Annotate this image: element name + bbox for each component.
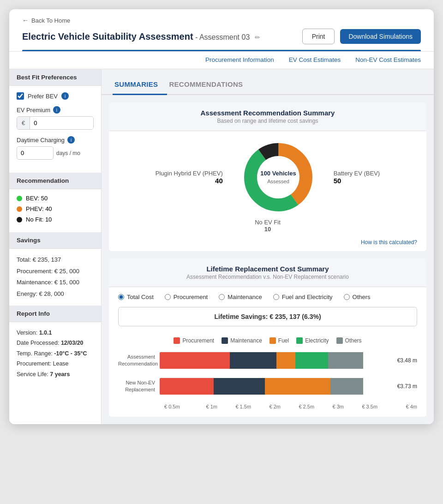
rec-item-bev: BEV: 50 xyxy=(17,195,94,202)
bev-value: 50 xyxy=(334,177,380,185)
daytime-charging-suffix: days / mo xyxy=(56,150,80,156)
report-info-title: Report Info xyxy=(9,306,101,322)
prefer-bev-checkbox[interactable] xyxy=(17,92,24,100)
legend-procurement-color xyxy=(174,337,180,344)
bar-seg-proc-2 xyxy=(160,378,214,395)
header-top: Electric Vehicle Suitability Assessment … xyxy=(22,29,421,44)
legend-electricity: Electricity xyxy=(296,337,329,344)
tab-recommendations[interactable]: RECOMMENDATIONS xyxy=(167,77,252,95)
bar-seg-fuel-1 xyxy=(276,352,295,369)
prefer-bev-label: Prefer BEV xyxy=(28,93,58,100)
savings-maintenance: Maintenance: € 15, 000 xyxy=(17,277,94,288)
legend-electricity-color xyxy=(296,337,303,344)
donut-center-fill xyxy=(258,157,299,198)
x-axis: € 0.5m € 1m € 1.5m € 2m € 2.5m € 3m € 3.… xyxy=(164,404,417,409)
donut-area: Plugin Hybrid EV (PHEV) 40 xyxy=(109,131,426,233)
donut-container: Plugin Hybrid EV (PHEV) 40 xyxy=(118,131,417,223)
legend-maintenance: Maintenance xyxy=(222,337,262,344)
savings-box: Lifetime Savings: € 235, 137 (6.3%) xyxy=(118,307,417,326)
prefer-bev-row: Prefer BEV i xyxy=(17,92,94,100)
donut-center-text1: 100 Vehicles xyxy=(260,170,296,177)
legend-others-color xyxy=(336,337,343,344)
legend-fuel: Fuel xyxy=(269,337,289,344)
bar-seg-others-2 xyxy=(330,378,363,395)
daytime-charging-input[interactable] xyxy=(17,146,54,160)
back-link[interactable]: ← Back To Home xyxy=(22,17,421,24)
best-fit-title: Best Fit Preferences xyxy=(9,69,101,86)
edit-icon[interactable]: ✏ xyxy=(255,34,260,41)
lifetime-card: Lifetime Replacement Cost Summary Assess… xyxy=(109,258,426,417)
back-arrow-icon: ← xyxy=(22,17,29,24)
bev-label: Battery EV (BEV) xyxy=(334,170,380,177)
phev-label-side: Plugin Hybrid EV (PHEV) 40 xyxy=(156,170,223,185)
tab-bar: SUMMARIES RECOMMENDATIONS xyxy=(102,69,434,95)
summary-card-subtitle: Based on range and lifetime cost savings xyxy=(118,118,417,124)
tab-summaries[interactable]: SUMMARIES xyxy=(113,77,167,95)
radio-group: Total Cost Procurement Maintenance Fuel … xyxy=(109,287,426,307)
bev-dot xyxy=(17,196,22,201)
prefer-bev-info-icon[interactable]: i xyxy=(61,92,69,100)
x-tick-0: € 0.5m xyxy=(164,404,196,409)
radio-others[interactable]: Others xyxy=(344,294,371,300)
bar-label-nonev: New Non-EVReplacement xyxy=(118,379,160,394)
back-label: Back To Home xyxy=(31,17,70,24)
radio-total-cost[interactable]: Total Cost xyxy=(118,294,154,300)
ev-premium-input[interactable] xyxy=(30,117,93,129)
radio-maintenance[interactable]: Maintenance xyxy=(219,294,262,300)
bar-seg-maint-2 xyxy=(214,378,265,395)
bar-value-assessment: €3.48 m xyxy=(394,357,417,364)
daytime-charging-label: Daytime Charging i xyxy=(17,136,94,144)
rec-bev-label: BEV: 50 xyxy=(26,195,48,202)
bar-value-nonev: €3.73 m xyxy=(394,383,417,390)
nav-tab-nonev-cost[interactable]: Non-EV Cost Estimates xyxy=(355,56,421,64)
report-temp: Temp. Range: -10°C - 35°C xyxy=(17,348,94,359)
bar-seg-fuel-2 xyxy=(265,378,330,395)
rec-nofit-label: No Fit: 10 xyxy=(26,216,52,223)
bar-label-assessment: AssessmentRecommendation xyxy=(118,354,160,368)
report-date: Date Processed: 12/03/20 xyxy=(17,338,94,348)
nav-tab-procurement[interactable]: Procurement Information xyxy=(205,56,274,64)
savings-energy: Energy: € 28, 000 xyxy=(17,288,94,300)
radio-procurement[interactable]: Procurement xyxy=(165,294,208,300)
report-service-life: Service Life: 7 years xyxy=(17,369,94,380)
donut-chart: 100 Vehicles Assessed xyxy=(241,140,315,214)
ev-premium-input-group: € xyxy=(17,116,94,130)
x-tick-3: € 2m xyxy=(259,404,291,409)
phev-value: 40 xyxy=(156,177,223,185)
bar-seg-others-1 xyxy=(328,352,363,369)
radio-fuel-electricity[interactable]: Fuel and Electricity xyxy=(273,294,333,300)
report-procurement: Procurement: Lease xyxy=(17,359,94,369)
legend-maintenance-color xyxy=(222,337,228,344)
bar-seg-proc-1 xyxy=(160,352,230,369)
legend-row: Procurement Maintenance Fuel Electricity xyxy=(109,334,426,348)
ev-premium-label: EV Premium i xyxy=(17,106,94,114)
bar-seg-maint-1 xyxy=(230,352,276,369)
legend-others: Others xyxy=(336,337,362,344)
savings-title: Savings xyxy=(9,232,101,249)
nofit-label-below: No EV Fit 10 xyxy=(118,219,417,233)
bar-seg-elec-1 xyxy=(295,352,328,369)
download-button[interactable]: Download Simulations xyxy=(340,29,421,44)
print-button[interactable]: Print xyxy=(302,29,335,44)
nav-tabs: Procurement Information EV Cost Estimate… xyxy=(9,52,434,69)
savings-content: Total: € 235, 137 Procurement: € 25, 000… xyxy=(9,249,101,306)
ev-premium-info-icon[interactable]: i xyxy=(53,106,60,114)
bar-track-assessment xyxy=(160,352,394,369)
page-title: Electric Vehicle Suitability Assessment xyxy=(22,31,193,42)
report-info-content: Version: 1.0.1 Date Processed: 12/03/20 … xyxy=(9,322,101,385)
rec-item-nofit: No Fit: 10 xyxy=(17,216,94,223)
summary-card-title: Assessment Recommendation Summary xyxy=(118,109,417,117)
app-container: ← Back To Home Electric Vehicle Suitabil… xyxy=(9,9,434,424)
best-fit-content: Prefer BEV i EV Premium i € Daytime Char… xyxy=(9,86,101,173)
nofit-dot xyxy=(17,217,22,222)
bar-track-nonev xyxy=(160,378,394,395)
page-subtitle: - Assessment 03 xyxy=(195,33,250,41)
ev-premium-currency: € xyxy=(17,117,30,129)
nav-tab-ev-cost[interactable]: EV Cost Estimates xyxy=(289,56,341,64)
daytime-charging-info-icon[interactable]: i xyxy=(67,136,75,144)
main-layout: Best Fit Preferences Prefer BEV i EV Pre… xyxy=(9,69,434,424)
content-area: SUMMARIES RECOMMENDATIONS Assessment Rec… xyxy=(102,69,434,424)
how-calculated-link[interactable]: How is this calculated? xyxy=(109,239,426,251)
recommendation-content: BEV: 50 PHEV: 40 No Fit: 10 xyxy=(9,189,101,232)
x-tick-1: € 1m xyxy=(196,404,228,409)
